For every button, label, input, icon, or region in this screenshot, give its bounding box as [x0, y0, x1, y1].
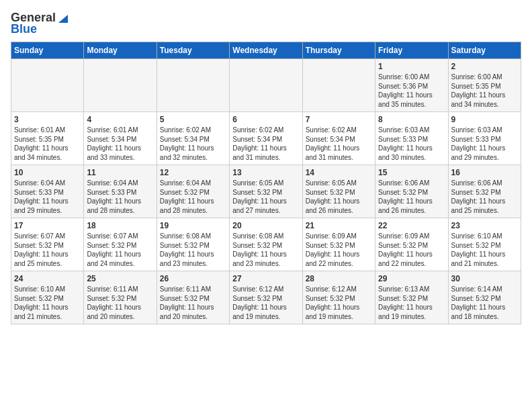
- calendar-cell: 5Sunrise: 6:02 AM Sunset: 5:34 PM Daylig…: [157, 112, 229, 165]
- day-info: Sunrise: 6:14 AM Sunset: 5:32 PM Dayligh…: [451, 285, 518, 321]
- day-info: Sunrise: 6:10 AM Sunset: 5:32 PM Dayligh…: [451, 232, 518, 268]
- logo-blue-text: Blue: [11, 22, 37, 36]
- calendar-cell: [11, 59, 84, 112]
- day-number: 10: [14, 168, 81, 177]
- day-number: 20: [232, 221, 299, 230]
- calendar-cell: 16Sunrise: 6:06 AM Sunset: 5:32 PM Dayli…: [448, 165, 521, 218]
- weekday-header-sunday: Sunday: [11, 42, 84, 59]
- day-info: Sunrise: 6:02 AM Sunset: 5:34 PM Dayligh…: [160, 126, 226, 162]
- day-info: Sunrise: 6:06 AM Sunset: 5:32 PM Dayligh…: [451, 179, 518, 215]
- calendar-cell: 15Sunrise: 6:06 AM Sunset: 5:32 PM Dayli…: [375, 165, 448, 218]
- calendar-cell: [230, 59, 302, 112]
- logo: General Blue: [11, 11, 69, 36]
- day-number: 16: [451, 168, 518, 177]
- day-info: Sunrise: 6:07 AM Sunset: 5:32 PM Dayligh…: [14, 232, 81, 268]
- calendar-cell: 21Sunrise: 6:09 AM Sunset: 5:32 PM Dayli…: [302, 218, 375, 271]
- calendar-cell: 23Sunrise: 6:10 AM Sunset: 5:32 PM Dayli…: [448, 218, 521, 271]
- day-info: Sunrise: 6:08 AM Sunset: 5:32 PM Dayligh…: [160, 232, 226, 268]
- weekday-header-saturday: Saturday: [448, 42, 521, 59]
- weekday-header-friday: Friday: [375, 42, 448, 59]
- calendar-cell: 12Sunrise: 6:04 AM Sunset: 5:32 PM Dayli…: [157, 165, 229, 218]
- calendar-cell: 1Sunrise: 6:00 AM Sunset: 5:36 PM Daylig…: [375, 59, 448, 112]
- day-number: 18: [87, 221, 153, 230]
- day-info: Sunrise: 6:05 AM Sunset: 5:32 PM Dayligh…: [232, 179, 299, 215]
- calendar-cell: 20Sunrise: 6:08 AM Sunset: 5:32 PM Dayli…: [230, 218, 302, 271]
- day-info: Sunrise: 6:02 AM Sunset: 5:34 PM Dayligh…: [232, 126, 299, 162]
- calendar-cell: 8Sunrise: 6:03 AM Sunset: 5:33 PM Daylig…: [375, 112, 448, 165]
- day-number: 5: [160, 115, 226, 124]
- calendar-cell: 7Sunrise: 6:02 AM Sunset: 5:34 PM Daylig…: [302, 112, 375, 165]
- calendar-cell: 24Sunrise: 6:10 AM Sunset: 5:32 PM Dayli…: [11, 271, 84, 324]
- calendar-cell: 3Sunrise: 6:01 AM Sunset: 5:35 PM Daylig…: [11, 112, 84, 165]
- day-number: 29: [378, 274, 445, 283]
- day-info: Sunrise: 6:11 AM Sunset: 5:32 PM Dayligh…: [160, 285, 226, 321]
- day-number: 15: [378, 168, 445, 177]
- calendar-week-row: 24Sunrise: 6:10 AM Sunset: 5:32 PM Dayli…: [11, 271, 521, 324]
- day-number: 6: [232, 115, 299, 124]
- day-number: 24: [14, 274, 81, 283]
- day-info: Sunrise: 6:04 AM Sunset: 5:33 PM Dayligh…: [14, 179, 81, 215]
- page-header: General Blue: [11, 11, 521, 36]
- calendar-week-row: 17Sunrise: 6:07 AM Sunset: 5:32 PM Dayli…: [11, 218, 521, 271]
- day-number: 3: [14, 115, 81, 124]
- day-number: 13: [232, 168, 299, 177]
- day-number: 14: [306, 168, 372, 177]
- day-info: Sunrise: 6:10 AM Sunset: 5:32 PM Dayligh…: [14, 285, 81, 321]
- calendar-week-row: 3Sunrise: 6:01 AM Sunset: 5:35 PM Daylig…: [11, 112, 521, 165]
- day-number: 30: [451, 274, 518, 283]
- day-info: Sunrise: 6:04 AM Sunset: 5:33 PM Dayligh…: [87, 179, 153, 215]
- calendar-cell: 4Sunrise: 6:01 AM Sunset: 5:34 PM Daylig…: [84, 112, 157, 165]
- day-info: Sunrise: 6:12 AM Sunset: 5:32 PM Dayligh…: [232, 285, 299, 321]
- day-number: 25: [87, 274, 153, 283]
- day-number: 9: [451, 115, 518, 124]
- calendar-cell: 17Sunrise: 6:07 AM Sunset: 5:32 PM Dayli…: [11, 218, 84, 271]
- day-number: 7: [306, 115, 372, 124]
- day-info: Sunrise: 6:12 AM Sunset: 5:32 PM Dayligh…: [306, 285, 372, 321]
- calendar-table: SundayMondayTuesdayWednesdayThursdayFrid…: [11, 42, 521, 324]
- day-number: 1: [378, 62, 445, 71]
- calendar-cell: 11Sunrise: 6:04 AM Sunset: 5:33 PM Dayli…: [84, 165, 157, 218]
- weekday-header-monday: Monday: [84, 42, 157, 59]
- calendar-cell: 10Sunrise: 6:04 AM Sunset: 5:33 PM Dayli…: [11, 165, 84, 218]
- calendar-week-row: 1Sunrise: 6:00 AM Sunset: 5:36 PM Daylig…: [11, 59, 521, 112]
- calendar-cell: 13Sunrise: 6:05 AM Sunset: 5:32 PM Dayli…: [230, 165, 302, 218]
- weekday-header-tuesday: Tuesday: [157, 42, 229, 59]
- day-info: Sunrise: 6:06 AM Sunset: 5:32 PM Dayligh…: [378, 179, 445, 215]
- day-info: Sunrise: 6:08 AM Sunset: 5:32 PM Dayligh…: [232, 232, 299, 268]
- weekday-header-wednesday: Wednesday: [230, 42, 302, 59]
- calendar-cell: [84, 59, 157, 112]
- day-info: Sunrise: 6:03 AM Sunset: 5:33 PM Dayligh…: [378, 126, 445, 162]
- calendar-cell: 14Sunrise: 6:05 AM Sunset: 5:32 PM Dayli…: [302, 165, 375, 218]
- calendar-cell: 2Sunrise: 6:00 AM Sunset: 5:35 PM Daylig…: [448, 59, 521, 112]
- day-info: Sunrise: 6:07 AM Sunset: 5:32 PM Dayligh…: [87, 232, 153, 268]
- day-number: 8: [378, 115, 445, 124]
- day-info: Sunrise: 6:13 AM Sunset: 5:32 PM Dayligh…: [378, 285, 445, 321]
- calendar-week-row: 10Sunrise: 6:04 AM Sunset: 5:33 PM Dayli…: [11, 165, 521, 218]
- logo-triangle-icon: [57, 12, 69, 24]
- calendar-cell: 28Sunrise: 6:12 AM Sunset: 5:32 PM Dayli…: [302, 271, 375, 324]
- weekday-header-row: SundayMondayTuesdayWednesdayThursdayFrid…: [11, 42, 521, 59]
- day-number: 11: [87, 168, 153, 177]
- calendar-cell: 30Sunrise: 6:14 AM Sunset: 5:32 PM Dayli…: [448, 271, 521, 324]
- day-info: Sunrise: 6:09 AM Sunset: 5:32 PM Dayligh…: [306, 232, 372, 268]
- calendar-cell: 26Sunrise: 6:11 AM Sunset: 5:32 PM Dayli…: [157, 271, 229, 324]
- day-number: 12: [160, 168, 226, 177]
- day-info: Sunrise: 6:02 AM Sunset: 5:34 PM Dayligh…: [306, 126, 372, 162]
- day-number: 27: [232, 274, 299, 283]
- day-number: 4: [87, 115, 153, 124]
- day-info: Sunrise: 6:11 AM Sunset: 5:32 PM Dayligh…: [87, 285, 153, 321]
- day-info: Sunrise: 6:00 AM Sunset: 5:35 PM Dayligh…: [451, 73, 518, 109]
- day-number: 28: [306, 274, 372, 283]
- day-info: Sunrise: 6:04 AM Sunset: 5:32 PM Dayligh…: [160, 179, 226, 215]
- weekday-header-thursday: Thursday: [302, 42, 375, 59]
- calendar-cell: [302, 59, 375, 112]
- day-number: 2: [451, 62, 518, 71]
- calendar-cell: 6Sunrise: 6:02 AM Sunset: 5:34 PM Daylig…: [230, 112, 302, 165]
- svg-marker-0: [58, 15, 68, 23]
- day-info: Sunrise: 6:01 AM Sunset: 5:34 PM Dayligh…: [87, 126, 153, 162]
- calendar-cell: 19Sunrise: 6:08 AM Sunset: 5:32 PM Dayli…: [157, 218, 229, 271]
- day-number: 23: [451, 221, 518, 230]
- day-info: Sunrise: 6:09 AM Sunset: 5:32 PM Dayligh…: [378, 232, 445, 268]
- day-info: Sunrise: 6:03 AM Sunset: 5:33 PM Dayligh…: [451, 126, 518, 162]
- day-info: Sunrise: 6:05 AM Sunset: 5:32 PM Dayligh…: [306, 179, 372, 215]
